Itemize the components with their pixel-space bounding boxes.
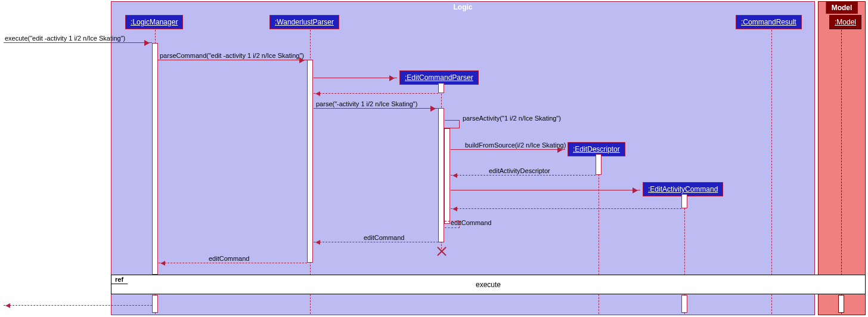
ref-text: execute [476,281,501,289]
activation-edit-command-parser-1 [438,83,444,93]
msg-parse-command-label: parseCommand("edit -activity 1 i/2 n/Ice… [160,52,304,59]
msg-edit-command-2-label: editCommand [364,234,404,241]
msg-edit-activity-descriptor [451,175,596,176]
activation-logic-manager [152,43,158,275]
msg-edit-command-2 [314,242,438,242]
msg-parse-activity-label: parseActivity("1 i/2 n/Ice Skating") [463,115,561,122]
ref-tab: ref [111,275,131,284]
activation-edit-activity-command [681,194,687,208]
activation-edit-descriptor [596,154,602,175]
msg-create-eac-return [451,208,681,209]
msg-parse-command [158,60,307,60]
lifeline-model [841,30,842,314]
msg-build-from-source-label: buildFromSource(i/2 n/Ice Skating) [465,141,566,149]
activation-wanderlust-parser [307,60,313,263]
msg-build-from-source [451,149,565,150]
msg-final-return [4,305,152,306]
msg-create-ecp [314,78,397,78]
msg-create-eac [451,190,640,190]
lifeline-command-result [771,30,772,314]
msg-parse [314,108,438,109]
frame-model: Model [818,1,866,315]
frame-logic: Logic [111,1,815,315]
msg-edit-command-1-label: editCommand [451,219,491,226]
msg-edit-command-3-label: editCommand [209,255,249,262]
participant-logic-manager: :LogicManager [125,15,183,29]
frame-logic-label: Logic [449,2,478,13]
msg-execute-in-label: execute("edit -activity 1 i/2 n/Ice Skat… [5,35,125,42]
frame-model-label: Model [826,2,858,14]
participant-command-result: :CommandResult [736,15,802,29]
msg-execute-in [4,42,152,43]
participant-model: :Model [829,15,861,29]
activation-edit-command-parser-2 [438,108,444,242]
msg-parse-activity-self [445,120,460,128]
activation-edit-command-parser-3 [444,128,450,224]
destroy-edit-command-parser [436,247,446,256]
msg-parse-label: parse("-activity 1 i/2 n/Ice Skating") [316,100,417,107]
activation-model [838,295,844,313]
msg-create-ecp-return [314,93,438,94]
msg-edit-command-3 [159,263,307,263]
activation-edit-activity-command-2 [681,295,687,313]
participant-wanderlust-parser: :WanderlustParser [269,15,339,29]
activation-logic-manager-2 [152,295,158,313]
msg-edit-activity-descriptor-label: editActivityDescriptor [489,167,550,174]
ref-frame: ref execute [111,275,866,294]
sequence-diagram: Logic Model :LogicManager :WanderlustPar… [0,0,868,317]
